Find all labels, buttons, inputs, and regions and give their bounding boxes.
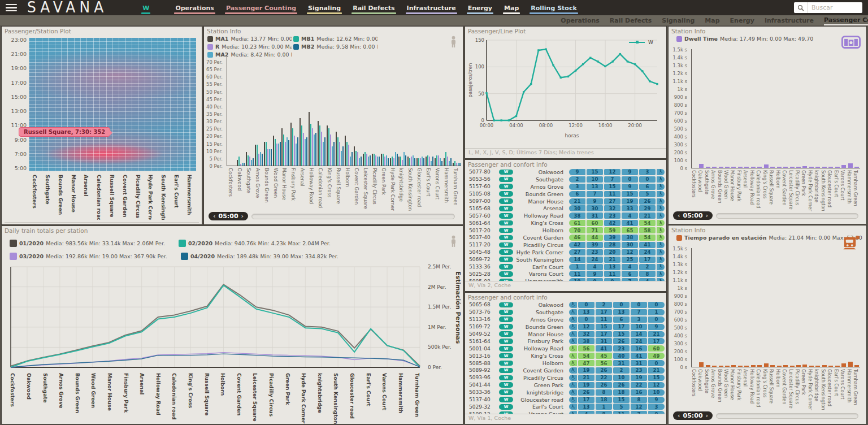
- nav-item-signaling[interactable]: Signaling: [307, 5, 342, 15]
- slider-next-icon[interactable]: ›: [706, 212, 709, 219]
- table-row[interactable]: 5001-04WHolloway Road5641231660: [465, 345, 666, 352]
- slider-prev-icon[interactable]: ‹: [678, 412, 680, 419]
- heatmap-grid[interactable]: [29, 38, 196, 171]
- bar: [719, 366, 723, 367]
- table-row[interactable]: 5041-44WGreen Park1926262212: [465, 381, 666, 389]
- occupancy-cell: 12: [622, 249, 638, 255]
- bar: [249, 157, 250, 166]
- bar: [337, 137, 338, 166]
- occupancy-cell: 61: [569, 220, 585, 226]
- panel-title: Passenger and confort info: [465, 293, 666, 301]
- slider-value[interactable]: ‹ 05:00 ›: [673, 211, 713, 220]
- nav-item-operations[interactable]: Operations: [174, 5, 215, 15]
- legend-entry: RMedia: 10.23 Min: 0.00 Max: 25.00: [207, 44, 292, 50]
- slider-prev-icon[interactable]: ‹: [678, 212, 680, 219]
- table-row[interactable]: 5169-72WBounds Green121517109: [465, 323, 666, 331]
- table-row[interactable]: 5053-56WSouthgate210700: [465, 176, 666, 183]
- axis-label: Arsenal: [298, 167, 307, 211]
- table-row[interactable]: 5137-40WGloucester road17181589: [465, 396, 666, 404]
- occupancy-cell: 18: [613, 389, 630, 396]
- occupancy-cell: 14: [631, 331, 647, 337]
- table-row[interactable]: 5093-96WPicadilly Circus2122101915: [465, 374, 666, 381]
- table-row[interactable]: 5113-16WArnos Grove011630: [465, 316, 666, 323]
- occupancy-cell: 54: [639, 220, 656, 226]
- bar-group: [380, 57, 389, 166]
- subnav-item-passenger-counting[interactable]: Passenger Counting: [824, 16, 868, 25]
- axis-label: Varons Court: [840, 368, 846, 411]
- train-table: 5077-80WOakwood91512935053-56WSouthgate2…: [465, 168, 666, 285]
- svg-text:12:00: 12:00: [568, 123, 583, 128]
- bar-column: [769, 248, 775, 367]
- table-row[interactable]: 5037-40WCovent Garden4644393854: [465, 234, 666, 241]
- station-name: Oakwood: [516, 302, 569, 308]
- table-row[interactable]: 5057-60WHolloway Road383123421: [465, 212, 666, 219]
- table-row[interactable]: 5157-60WArnos Grove3131596: [465, 183, 666, 190]
- nav-item-map[interactable]: Map: [503, 5, 520, 15]
- nav-item-w[interactable]: W: [141, 5, 150, 15]
- menu-icon[interactable]: [6, 2, 17, 14]
- subnav-item-signaling[interactable]: Signaling: [662, 16, 695, 25]
- table-row[interactable]: 5013-16WKing's Cross5445404149: [465, 352, 666, 359]
- axis-label: King's Cross: [762, 368, 769, 411]
- slider-value[interactable]: ‹ 05:00 ›: [209, 212, 248, 220]
- table-row[interactable]: 5073-76WSouthgate13171371: [465, 309, 666, 316]
- nav-item-rolling-stock[interactable]: Rolling Stock: [530, 5, 578, 15]
- table-row[interactable]: 5069-72WSouth Kensington1424212517: [465, 256, 666, 263]
- slider-track[interactable]: [251, 214, 455, 219]
- slider-prev-icon[interactable]: ‹: [213, 212, 216, 220]
- table-row[interactable]: 5089-92WCovent Garden192622321: [465, 367, 666, 374]
- search-icon[interactable]: [794, 2, 808, 13]
- panel-passenger-confort-2: Passenger and confort info 5065-68WOakwo…: [465, 292, 667, 424]
- table-row[interactable]: 5065-68WOakwood02000: [465, 301, 666, 309]
- table-row[interactable]: 5077-80WOakwood9151293: [465, 168, 666, 176]
- subnav-item-operations[interactable]: Operations: [561, 16, 600, 25]
- subnav-item-energy[interactable]: Energy: [730, 16, 754, 25]
- table-row[interactable]: 5049-52WManor House3217151421: [465, 331, 666, 338]
- search-input[interactable]: [808, 4, 862, 11]
- axis-label: Southgate: [37, 372, 54, 424]
- nav-item-infrastructure[interactable]: Infrastructure: [406, 5, 457, 15]
- nav-item-rail-defects[interactable]: Rail Defects: [351, 5, 396, 15]
- slider-value[interactable]: ‹ 05:00 ›: [673, 411, 713, 420]
- occupancy-cell: 24: [587, 257, 603, 263]
- table-row[interactable]: 5061-64WKing's Cross6160424154: [465, 219, 666, 227]
- wheelchair-icon: [569, 397, 577, 403]
- nav-item-energy[interactable]: Energy: [467, 5, 493, 15]
- bar-column: [828, 49, 834, 168]
- table-row[interactable]: 5133-36WEarl's Court141342: [465, 263, 666, 271]
- legend-entry: Tiempo parado en estaciónMedia: 21.04 Mi…: [676, 235, 862, 241]
- subnav-item-rail-defects[interactable]: Rail Defects: [610, 16, 652, 25]
- bar-group: [398, 57, 407, 166]
- table-row[interactable]: 5105-08WBounds Green6711155: [465, 190, 666, 198]
- occupancy-cell: 4: [622, 264, 638, 270]
- axis-label: Holborn: [775, 169, 782, 212]
- table-row[interactable]: 5165-68WArsenal3030323329: [465, 205, 666, 212]
- occupancy-cell: 30: [622, 242, 638, 248]
- occupancy-cell: 24: [631, 338, 647, 344]
- occupancy-cell: 0: [648, 302, 665, 308]
- bar: [388, 158, 389, 166]
- subnav-item-map[interactable]: Map: [705, 16, 719, 25]
- table-row[interactable]: 5045-48WHyde Park Corner2723201224: [465, 249, 666, 256]
- table-row[interactable]: 5033-36Wknightsbridge268181610: [465, 389, 666, 396]
- table-row[interactable]: 5025-28WVarons Court1191168: [465, 270, 666, 277]
- nav-item-passenger-counting[interactable]: Passenger Counting: [225, 5, 297, 15]
- train-id: 5165-68: [467, 206, 496, 211]
- slider-next-icon[interactable]: ›: [241, 212, 244, 220]
- table-row[interactable]: 5117-20WPicadilly Circus4239283041: [465, 241, 666, 249]
- slider-track[interactable]: [716, 213, 858, 219]
- station-name: Holloway Road: [516, 212, 569, 219]
- slider-track[interactable]: [716, 413, 858, 419]
- line-badge: W: [499, 271, 513, 277]
- bar-column: [795, 248, 801, 367]
- train-id: 5117-20: [467, 242, 496, 248]
- bar-group: [317, 57, 326, 166]
- table-row[interactable]: 5161-64WFinsbury Park3831262417: [465, 337, 666, 345]
- table-row[interactable]: 5097-00WManor House219271926: [465, 198, 666, 205]
- subnav-item-infrastructure[interactable]: Infrastructure: [765, 16, 814, 25]
- bar: [822, 167, 827, 168]
- table-row[interactable]: 5029-32WEarl's Court1315123: [465, 403, 666, 410]
- table-row[interactable]: 5017-20WHolborn7071596558: [465, 227, 666, 234]
- slider-next-icon[interactable]: ›: [706, 412, 709, 419]
- table-row[interactable]: 5085-88WHolborn475631310: [465, 359, 666, 367]
